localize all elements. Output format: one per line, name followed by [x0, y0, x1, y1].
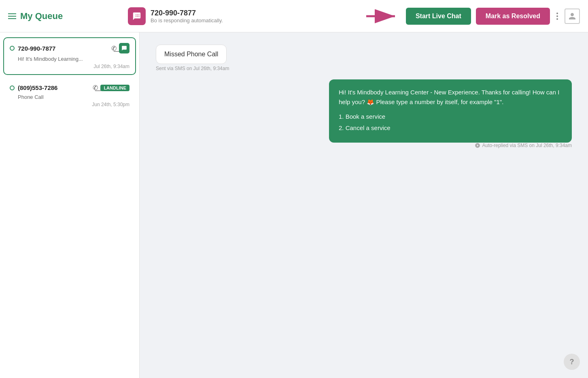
queue-item-1-icons: ✆͟ [111, 43, 129, 53]
help-button[interactable]: ? [564, 354, 580, 370]
system-message-timestamp: Sent via SMS on Jul 26th, 9:34am [156, 66, 229, 71]
bot-message-text: Hi! It's Mindbody Learning Center - New … [339, 88, 562, 107]
bot-option-1: 1. Book a service [339, 112, 562, 122]
new-chat-button[interactable] [128, 7, 146, 25]
sms-icon-1 [119, 43, 129, 53]
more-options-icon[interactable] [555, 11, 560, 21]
system-message-wrapper: Missed Phone Call Sent via SMS on Jul 26… [156, 45, 572, 71]
help-icon: ? [570, 358, 574, 366]
queue-item-2-preview: Phone Call [18, 94, 129, 100]
sidebar-queue: 720-990-7877 ✆͟ Hi! It's Mindbody Learni… [0, 32, 140, 378]
status-dot-1 [10, 46, 15, 51]
missed-phone-call-message: Missed Phone Call [156, 45, 227, 64]
queue-item-2-header: (809)553-7286 ✆͟ LANDLINE [10, 84, 129, 92]
header-contact-info: 720-990-7877 Bo is responding automatica… [151, 9, 360, 23]
arrow-indicator [365, 7, 401, 25]
status-dot-2 [10, 85, 15, 90]
header-left: My Queue [8, 7, 146, 25]
start-live-chat-button[interactable]: Start Live Chat [406, 8, 471, 25]
user-avatar[interactable] [565, 9, 580, 24]
missed-call-icon-2: ✆͟ [93, 84, 98, 92]
queue-item-1-phone: 720-990-7877 [18, 45, 108, 52]
auto-reply-timestamp-text: Auto-replied via SMS on Jul 26th, 9:34am [482, 143, 572, 148]
main-content: 720-990-7877 ✆͟ Hi! It's Mindbody Learni… [0, 32, 588, 378]
header-sub-text: Bo is responding automatically. [151, 17, 360, 23]
chat-area: Missed Phone Call Sent via SMS on Jul 26… [140, 32, 588, 378]
bot-option-2: 2. Cancel a service [339, 123, 562, 133]
hamburger-menu-icon[interactable] [8, 13, 16, 19]
queue-item-1-time: Jul 26th, 9:34am [10, 64, 129, 69]
queue-item-2-phone: (809)553-7286 [18, 84, 89, 91]
queue-item-1-header: 720-990-7877 ✆͟ [10, 43, 129, 53]
queue-item-2-time: Jun 24th, 5:30pm [10, 102, 129, 107]
my-queue-title: My Queue [20, 11, 63, 21]
auto-reply-timestamp: Auto-replied via SMS on Jul 26th, 9:34am [475, 143, 572, 148]
header-phone-number: 720-990-7877 [151, 9, 360, 17]
header-actions: Start Live Chat Mark as Resolved [365, 7, 580, 25]
missed-call-icon-1: ✆͟ [111, 45, 117, 52]
bot-message-options: 1. Book a service 2. Cancel a service [339, 112, 562, 133]
app-header: My Queue 720-990-7877 Bo is responding a… [0, 0, 588, 32]
bot-message-wrapper: Hi! It's Mindbody Learning Center - New … [156, 79, 572, 148]
queue-item-2-icons: ✆͟ LANDLINE [93, 84, 129, 92]
bot-message-bubble: Hi! It's Mindbody Learning Center - New … [329, 79, 572, 143]
mark-as-resolved-button[interactable]: Mark as Resolved [476, 8, 550, 25]
queue-item-2[interactable]: (809)553-7286 ✆͟ LANDLINE Phone Call Jun… [3, 78, 136, 113]
queue-item-1[interactable]: 720-990-7877 ✆͟ Hi! It's Mindbody Learni… [3, 37, 136, 75]
queue-item-1-preview: Hi! It's Mindbody Learning... [18, 56, 129, 62]
landline-badge: LANDLINE [100, 85, 129, 91]
